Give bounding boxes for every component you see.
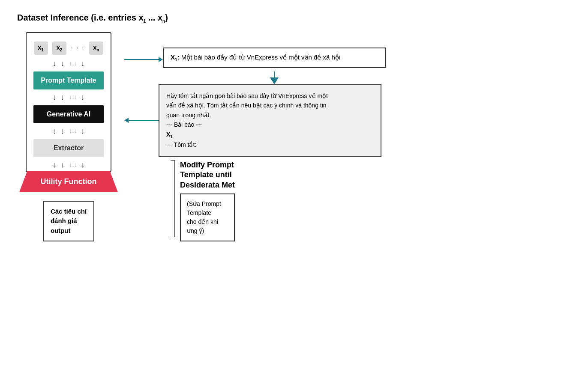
arrow-down-6: ↓ (81, 93, 85, 102)
diagram-container: x1 x2 · · · xn ↓ ↓ ↓↓↓ ↓ Prompt Template… (17, 32, 571, 241)
arrow-down-10: ↓ (53, 161, 57, 170)
x1-description-box: X1: Một bài báo đầy đủ từ VnExpress về m… (163, 48, 386, 68)
arrows-row-1: ↓ ↓ ↓↓↓ ↓ (33, 59, 104, 68)
v-arrow-line (274, 71, 275, 77)
prompt-content-box: Hãy tóm tắt ngắn gọn bài báo sau đây từ … (159, 84, 381, 157)
x1-text: Một bài báo đầy đủ từ VnExpress về một v… (181, 54, 340, 61)
extractor-block: Extractor (33, 139, 104, 157)
input-xn: xn (89, 42, 104, 55)
bottom-text: Các tiêu chí (51, 208, 87, 215)
prompt-row: Hãy tóm tắt ngắn gọn bài báo sau đây từ … (124, 84, 571, 157)
pipeline-box: x1 x2 · · · xn ↓ ↓ ↓↓↓ ↓ Prompt Template… (26, 32, 111, 172)
arrow-down-light-3: ↓↓↓ (69, 127, 77, 135)
page-title: Dataset Inference (i.e. entries x1 ... x… (17, 13, 571, 24)
v-arrow-row (159, 71, 571, 84)
modify-sub-box: (Sửa Prompt Template cho đến khi ưng ý) (180, 193, 235, 241)
v-arrow-container (270, 71, 279, 84)
modify-text-and-box: Modify Prompt Template until Desiderata … (176, 160, 235, 241)
modify-section: Modify Prompt Template until Desiderata … (159, 160, 571, 241)
arrow-head-down (270, 77, 279, 84)
arrow-down-7: ↓ (53, 127, 57, 136)
page-wrapper: Dataset Inference (i.e. entries x1 ... x… (17, 13, 571, 241)
arrow-down-8: ↓ (61, 127, 65, 136)
modify-line2: Template until (180, 170, 232, 179)
modify-sub-line2: Template (187, 209, 211, 216)
input-x2: x2 (52, 42, 66, 55)
prompt-separator1: --- Bài báo --- (166, 121, 202, 128)
arrow-down-4: ↓ (53, 93, 57, 102)
arrows-row-2: ↓ ↓ ↓↓↓ ↓ (33, 93, 104, 102)
gen-ai-block: Generative AI (33, 105, 104, 123)
dots: · · · (71, 44, 84, 52)
modify-sub-line1: (Sửa Prompt (187, 200, 221, 207)
modify-sub-line3: cho đến khi (187, 218, 218, 225)
prompt-template-block: Prompt Template (33, 71, 104, 89)
modify-line1: Modify Prompt (180, 161, 234, 169)
arrow-down-11: ↓ (61, 161, 65, 170)
utility-function-wrapper: Utility Function (19, 171, 118, 192)
arrow-down-2: ↓ (61, 59, 65, 68)
arrow-down-5: ↓ (61, 93, 65, 102)
prompt-line3: quan trọng nhất. (166, 112, 211, 119)
arrows-row-3: ↓ ↓ ↓↓↓ ↓ (33, 127, 104, 136)
left-column: x1 x2 · · · xn ↓ ↓ ↓↓↓ ↓ Prompt Template… (17, 32, 120, 241)
prompt-line1: Hãy tóm tắt ngắn gọn bài báo sau đây từ … (166, 92, 328, 99)
bottom-text-3: output (51, 227, 71, 234)
arrow-down-light-4: ↓↓↓ (69, 161, 77, 169)
arrow-down-9: ↓ (81, 127, 85, 136)
arrow-down-3: ↓ (81, 59, 85, 68)
x1-row: X1: Một bài báo đầy đủ từ VnExpress về m… (124, 48, 571, 71)
prompt-bold-x1: X1 (166, 131, 173, 138)
arrow-down-1: ↓ (53, 59, 57, 68)
prompt-line2: vấn đề xã hội. Tóm tắt cần nêu bật các ý… (166, 102, 327, 109)
bottom-criteria-box: Các tiêu chí đánh giá output (43, 201, 94, 242)
h-arrow-x1 (124, 57, 163, 62)
modify-label: Modify Prompt Template until Desiderata … (180, 160, 235, 190)
input-x1: x1 (34, 42, 48, 55)
pipeline-inputs: x1 x2 · · · xn (34, 42, 104, 55)
right-column: X1: Một bài báo đầy đủ từ VnExpress về m… (120, 32, 571, 241)
arrow-down-light-1: ↓↓↓ (69, 60, 77, 67)
modify-sub-line4: ưng ý) (187, 227, 204, 234)
utility-function-shape: Utility Function (19, 171, 118, 192)
prompt-separator2: --- Tóm tắt: (166, 141, 196, 148)
arrow-down-12: ↓ (81, 161, 85, 170)
bottom-text-2: đánh giá (51, 217, 77, 224)
arrows-row-4: ↓ ↓ ↓↓↓ ↓ (33, 161, 104, 170)
h-arrow-prompt (124, 118, 159, 123)
arrow-down-light-2: ↓↓↓ (69, 93, 77, 101)
vertical-arrow-and-prompt (163, 71, 279, 84)
x1-label: X1: (171, 54, 180, 61)
bracket-svg (159, 160, 176, 237)
modify-line3: Desiderata Met (180, 181, 235, 189)
